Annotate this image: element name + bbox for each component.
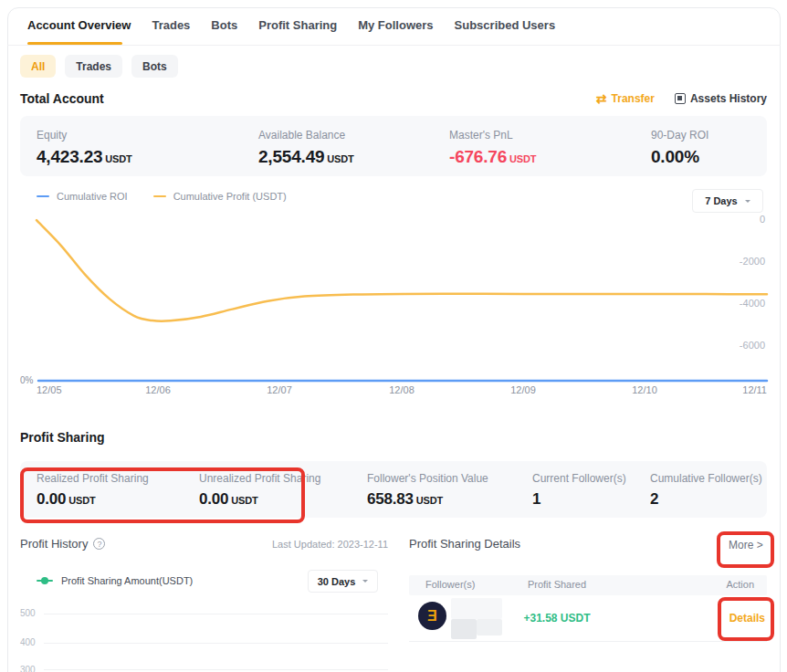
stat-value-negative: -676.76: [449, 147, 507, 166]
stat-90day-roi: 90-Day ROI 0.00%: [651, 129, 708, 167]
y-axis-tick: -6000: [719, 340, 765, 351]
legend-label: Profit Sharing Amount(USDT): [61, 575, 193, 586]
stat-unit: USDT: [105, 153, 131, 164]
x-axis-tick: 12/06: [145, 384, 171, 395]
x-axis-tick: 12/10: [632, 384, 657, 395]
transfer-label: Transfer: [612, 92, 655, 105]
stat-available-balance: Available Balance 2,554.49USDT: [258, 129, 354, 167]
stat-cumulative-followers: Cumulative Follower(s) 2: [650, 472, 762, 509]
blurred-follower-name: [451, 598, 502, 619]
y-axis-tick: 0: [719, 214, 765, 225]
follower-avatar: E: [418, 602, 446, 630]
nav-tab-profit-sharing[interactable]: Profit Sharing: [258, 18, 337, 32]
stat-equity: Equity 4,423.23USDT: [37, 129, 132, 167]
nav-tab-account-overview[interactable]: Account Overview: [27, 18, 131, 32]
x-axis-tick: 12/09: [510, 384, 536, 395]
green-line-marker-icon: [37, 580, 53, 582]
mini-chart-gridline: [44, 614, 388, 614]
filter-pill-trades[interactable]: Trades: [65, 55, 122, 78]
filter-pill-all[interactable]: All: [20, 55, 56, 78]
top-tab-bar: Account Overview Trades Bots Profit Shar…: [27, 18, 555, 32]
main-card: [7, 7, 781, 672]
legend-label: Cumulative Profit (USDT): [173, 191, 287, 202]
assets-history-icon: [675, 93, 686, 104]
stat-label: Follower's Position Value: [367, 472, 488, 485]
help-circle-icon[interactable]: ?: [93, 538, 105, 550]
legend-cumulative-profit[interactable]: Cumulative Profit (USDT): [153, 191, 287, 202]
stat-value: 2: [650, 490, 658, 508]
stat-value: 0.00%: [651, 147, 699, 166]
profit-history-range-select[interactable]: 30 Days: [308, 570, 378, 593]
legend-cumulative-roi[interactable]: Cumulative ROI: [37, 191, 128, 202]
total-account-actions: ⇄ Transfer Assets History: [596, 92, 767, 105]
column-action: Action: [726, 579, 754, 590]
total-account-title: Total Account: [20, 91, 104, 106]
stat-label: Current Follower(s): [532, 472, 626, 485]
profit-history-label: Profit History: [20, 537, 88, 551]
column-followers: Follower(s): [425, 579, 475, 590]
stat-label: Cumulative Follower(s): [650, 472, 762, 485]
mini-chart-y-tick: 300: [20, 665, 36, 672]
column-profit-shared: Profit Shared: [528, 579, 586, 590]
annotation-box-details: [718, 597, 774, 641]
x-axis-tick: 12/05: [37, 384, 62, 395]
stat-unit: USDT: [416, 495, 443, 506]
blurred-follower-name: [451, 619, 477, 639]
chevron-down-icon: [745, 200, 750, 205]
mini-chart-y-tick: 400: [20, 637, 36, 647]
blue-line-swatch-icon: [37, 195, 49, 197]
row-divider: [409, 641, 767, 642]
profit-sharing-title: Profit Sharing: [20, 430, 105, 445]
orange-line-swatch-icon: [153, 195, 166, 197]
stat-unit: USDT: [327, 153, 353, 164]
chevron-down-icon: [362, 580, 368, 585]
stat-label: 90-Day ROI: [651, 129, 708, 142]
profit-shared-value: +31.58 USDT: [523, 612, 590, 625]
y-axis-tick: -4000: [719, 298, 765, 309]
main-chart-range-select[interactable]: 7 Days: [692, 189, 763, 213]
profit-sharing-details-title: Profit Sharing Details: [409, 537, 520, 551]
total-account-stats-bar: Equity 4,423.23USDT Available Balance 2,…: [20, 116, 767, 176]
roi-axis-zero-label: 0%: [20, 375, 33, 385]
x-axis-tick: 12/07: [267, 384, 292, 395]
annotation-box-more: [717, 531, 774, 568]
last-updated-text: Last Updated: 2023-12-11: [272, 539, 388, 550]
stat-label: Available Balance: [258, 129, 354, 142]
legend-label: Cumulative ROI: [57, 191, 128, 202]
stat-value: 4,423.23: [37, 147, 102, 166]
stat-followers-position-value: Follower's Position Value 658.83USDT: [367, 472, 488, 509]
stat-label: Equity: [37, 129, 132, 142]
filter-pill-bots[interactable]: Bots: [131, 55, 178, 78]
tabs-divider: [7, 45, 781, 46]
range-select-value: 30 Days: [318, 576, 356, 587]
stat-unit: USDT: [509, 153, 536, 164]
assets-history-button[interactable]: Assets History: [675, 92, 767, 105]
x-axis-tick: 12/08: [389, 384, 414, 395]
main-chart-legend: Cumulative ROI Cumulative Profit (USDT): [37, 191, 287, 202]
nav-tab-bots[interactable]: Bots: [211, 18, 237, 32]
mini-chart-gridline: [44, 669, 388, 670]
mini-chart-gridline: [44, 643, 388, 644]
nav-tab-subscribed-users[interactable]: Subscribed Users: [455, 18, 556, 32]
profit-history-title: Profit History ?: [20, 537, 105, 551]
y-axis-tick: -2000: [719, 256, 765, 267]
mini-chart-y-tick: 500: [20, 608, 36, 618]
transfer-icon: ⇄: [596, 93, 607, 104]
stat-value: 1: [532, 490, 540, 508]
stat-value: 658.83: [367, 490, 414, 508]
profit-history-legend[interactable]: Profit Sharing Amount(USDT): [37, 575, 193, 586]
stat-label: Master's PnL: [449, 129, 536, 142]
x-axis-tick: 12/11: [742, 384, 767, 395]
range-select-value: 7 Days: [705, 195, 737, 206]
assets-history-label: Assets History: [690, 92, 767, 105]
blurred-follower-name: [477, 619, 502, 635]
annotation-box-profit-sharing: [20, 467, 305, 523]
stat-value: 2,554.49: [258, 147, 324, 166]
filter-pill-group: All Trades Bots: [20, 55, 178, 78]
details-panel-label: Profit Sharing Details: [409, 537, 520, 551]
transfer-button[interactable]: ⇄ Transfer: [596, 92, 655, 105]
stat-current-followers: Current Follower(s) 1: [532, 472, 626, 509]
stat-masters-pnl: Master's PnL -676.76USDT: [449, 129, 536, 167]
nav-tab-trades[interactable]: Trades: [152, 18, 190, 32]
nav-tab-my-followers[interactable]: My Followers: [358, 18, 433, 32]
